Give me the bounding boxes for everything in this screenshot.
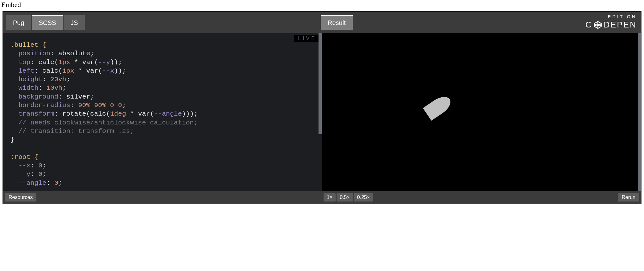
- zoom-1x-button[interactable]: 1×: [324, 193, 336, 202]
- code-scrollbar-thumb[interactable]: [319, 33, 322, 134]
- code-content[interactable]: .bullet { position: absolute; top: calc(…: [3, 33, 322, 191]
- zoom-05x-button[interactable]: 0.5×: [337, 193, 353, 202]
- live-badge: LIVE: [294, 35, 319, 42]
- tab-js[interactable]: JS: [64, 15, 85, 30]
- result-pane[interactable]: [322, 33, 641, 191]
- codepen-logo-link[interactable]: EDIT ON C DEPEN: [585, 14, 637, 30]
- tab-result[interactable]: Result: [321, 15, 353, 30]
- result-scrollbar-track[interactable]: [638, 33, 641, 191]
- codepen-embed: Pug SCSS JS Result EDIT ON C DEPEN LIVE …: [3, 11, 641, 204]
- bottom-bar: Resources 1× 0.5× 0.25× Rerun: [3, 191, 641, 204]
- codepen-cube-icon: [593, 21, 602, 29]
- code-tab-group: Pug SCSS JS: [6, 15, 85, 30]
- result-bullet-shape: [423, 93, 454, 121]
- tab-scss[interactable]: SCSS: [32, 15, 63, 30]
- top-tab-bar: Pug SCSS JS Result EDIT ON C DEPEN: [3, 12, 641, 33]
- zoom-group: 1× 0.5× 0.25×: [324, 193, 373, 202]
- result-scrollbar-thumb[interactable]: [638, 33, 641, 191]
- tab-pug[interactable]: Pug: [6, 15, 31, 30]
- edit-on-label: EDIT ON: [585, 14, 637, 19]
- code-editor-pane[interactable]: LIVE .bullet { position: absolute; top: …: [3, 33, 322, 191]
- main-split: LIVE .bullet { position: absolute; top: …: [3, 33, 641, 191]
- page-heading: Embed: [0, 0, 644, 9]
- rerun-button[interactable]: Rerun: [618, 193, 639, 202]
- zoom-025x-button[interactable]: 0.25×: [354, 193, 373, 202]
- resources-button[interactable]: Resources: [5, 193, 36, 202]
- codepen-wordmark: C DEPEN: [585, 20, 637, 30]
